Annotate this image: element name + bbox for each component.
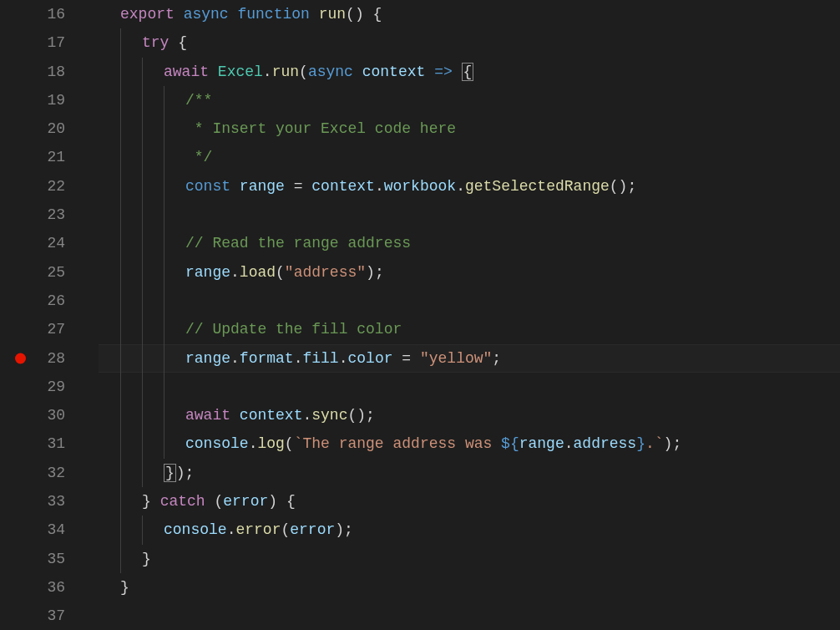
indent-guide — [120, 201, 121, 229]
line-number[interactable]: 37 — [0, 602, 83, 630]
code-editor[interactable]: 1617181920212223242526272829303132333435… — [0, 0, 840, 630]
code-token: } — [164, 464, 176, 482]
line-number[interactable]: 30 — [0, 401, 83, 429]
code-token — [230, 178, 240, 195]
indent-guide — [164, 429, 164, 458]
indent-guide — [142, 401, 143, 429]
line-number[interactable]: 26 — [0, 287, 83, 315]
indent-guide — [142, 172, 143, 201]
code-token: range — [240, 178, 285, 195]
code-token — [453, 64, 462, 80]
code-token: . — [263, 64, 272, 80]
line-number[interactable]: 36 — [0, 573, 83, 602]
code-line[interactable]: export async function run() { — [99, 0, 840, 28]
line-number[interactable]: 23 — [0, 201, 83, 229]
indent-guide — [120, 172, 121, 201]
code-line[interactable]: console.log(`The range address was ${ran… — [99, 429, 840, 458]
code-line[interactable] — [99, 201, 840, 229]
indent-guide — [120, 287, 121, 315]
indent-guide — [142, 258, 143, 287]
line-number[interactable]: 34 — [0, 516, 83, 544]
indent-guide — [120, 487, 121, 516]
code-token: * Insert your Excel code here — [185, 120, 456, 137]
code-token: async — [184, 6, 229, 23]
code-area[interactable]: export async function run() { try { awai… — [83, 0, 840, 630]
indent-guide — [164, 114, 164, 143]
line-number[interactable]: 29 — [0, 373, 83, 401]
code-line[interactable]: * Insert your Excel code here — [99, 114, 840, 143]
code-token: (); — [610, 178, 636, 195]
code-line[interactable]: const range = context.workbook.getSelect… — [99, 172, 840, 201]
code-token: /** — [185, 92, 212, 109]
code-line[interactable]: range.format.fill.color = "yellow"; — [99, 344, 840, 373]
line-number[interactable]: 28 — [0, 344, 83, 373]
line-number-gutter[interactable]: 1617181920212223242526272829303132333435… — [0, 0, 83, 630]
code-line[interactable]: /** — [99, 86, 840, 114]
code-line[interactable]: await context.sync(); — [99, 401, 840, 429]
code-token — [310, 6, 319, 23]
code-token: range — [185, 264, 230, 281]
line-number[interactable]: 20 — [0, 114, 83, 143]
code-line[interactable]: range.load("address"); — [99, 258, 840, 287]
line-number[interactable]: 27 — [0, 315, 83, 343]
line-number[interactable]: 31 — [0, 429, 83, 458]
code-line[interactable]: } — [99, 545, 840, 573]
indent-guide — [164, 172, 164, 201]
code-token: await — [185, 407, 230, 424]
code-token: sync — [311, 407, 347, 424]
code-token: // Read the range address — [185, 235, 411, 251]
indent-guide — [120, 28, 121, 57]
code-line[interactable]: console.error(error); — [99, 516, 840, 544]
indent-guide — [120, 429, 121, 458]
code-line[interactable]: // Read the range address — [99, 229, 840, 257]
code-token: ) { — [268, 493, 295, 510]
code-line[interactable]: try { — [99, 28, 840, 57]
code-line[interactable] — [99, 602, 840, 630]
code-token: ( — [299, 64, 308, 80]
indent-guide — [120, 315, 121, 343]
line-number[interactable]: 17 — [0, 28, 83, 57]
indent-guide — [164, 258, 164, 287]
code-token: ${ — [501, 435, 519, 452]
line-number[interactable]: 21 — [0, 143, 83, 171]
code-token: async — [308, 64, 353, 80]
line-number[interactable]: 22 — [0, 172, 83, 201]
code-line[interactable] — [99, 373, 840, 401]
code-line[interactable]: } catch (error) { — [99, 487, 840, 516]
indent-guide — [142, 344, 143, 373]
line-number[interactable]: 33 — [0, 487, 83, 516]
line-number[interactable]: 16 — [0, 0, 83, 28]
code-line[interactable]: // Update the fill color — [99, 315, 840, 343]
code-token: } — [636, 435, 645, 452]
code-token: ( — [214, 493, 223, 510]
line-number[interactable]: 24 — [0, 229, 83, 257]
code-token: error — [235, 521, 281, 538]
code-token: ( — [281, 521, 290, 538]
line-number[interactable]: 19 — [0, 86, 83, 114]
code-line[interactable]: }); — [99, 459, 840, 487]
line-number[interactable]: 18 — [0, 58, 83, 86]
code-token: `The range address was — [294, 435, 501, 452]
code-line[interactable]: await Excel.run(async context => { — [99, 58, 840, 86]
code-line[interactable]: */ — [99, 143, 840, 171]
code-token: error — [223, 493, 268, 510]
code-token: ( — [285, 435, 294, 452]
indent-guide — [142, 287, 143, 315]
code-token: // Update the fill color — [185, 321, 402, 338]
code-line[interactable] — [99, 287, 840, 315]
indent-guide — [142, 229, 143, 257]
code-token: address — [574, 435, 637, 452]
indent-guide — [120, 545, 121, 573]
line-number[interactable]: 25 — [0, 258, 83, 287]
code-token: ); — [664, 435, 682, 452]
line-number[interactable]: 35 — [0, 545, 83, 573]
code-token: context — [240, 407, 303, 424]
breakpoint-icon[interactable] — [15, 353, 26, 363]
line-number[interactable]: 32 — [0, 459, 83, 487]
code-token: log — [257, 435, 284, 452]
code-token: . — [375, 178, 384, 195]
code-token: ( — [276, 264, 285, 281]
code-token: run — [272, 64, 299, 80]
code-line[interactable]: } — [99, 573, 840, 602]
code-token: } — [142, 551, 151, 567]
